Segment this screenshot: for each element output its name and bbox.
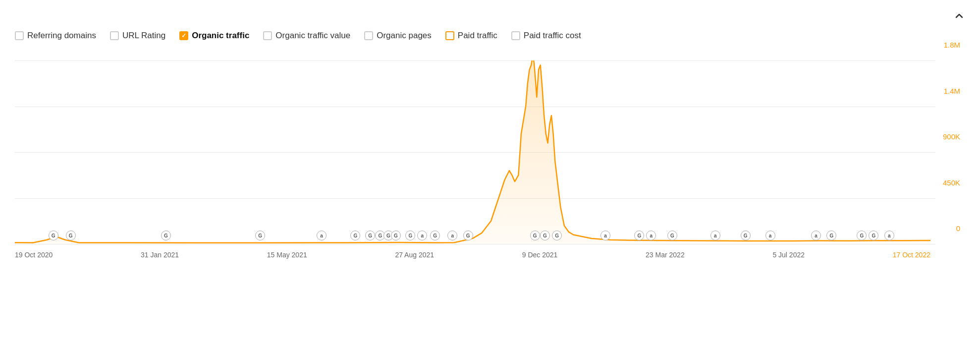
filter-referring-domains[interactable]: Referring domains (15, 31, 96, 41)
x-axis: 19 Oct 202031 Jan 202115 May 202127 Aug … (15, 251, 930, 259)
filter-label-url-rating: URL Rating (122, 31, 165, 41)
event-marker-11: a (417, 231, 427, 240)
event-marker-2: G (161, 231, 171, 240)
filter-organic-traffic-value[interactable]: Organic traffic value (263, 31, 350, 41)
event-marker-1: G (66, 231, 76, 240)
filter-organic-traffic[interactable]: Organic traffic (179, 31, 249, 41)
checkbox-organic-pages[interactable] (364, 31, 373, 40)
event-marker-23: G (741, 231, 751, 240)
event-marker-3: G (255, 231, 265, 240)
checkbox-referring-domains[interactable] (15, 31, 24, 40)
event-marker-29: a (884, 231, 894, 240)
filter-paid-traffic[interactable]: Paid traffic (445, 31, 497, 41)
event-marker-0: G (49, 231, 58, 240)
filter-url-rating[interactable]: URL Rating (110, 31, 165, 41)
event-marker-15: G (530, 231, 540, 240)
x-label-4: 9 Dec 2021 (522, 251, 558, 259)
event-marker-9: G (391, 231, 401, 240)
line-chart (15, 60, 930, 244)
performance-panel: Referring domainsURL RatingOrganic traff… (0, 0, 980, 354)
x-label-5: 23 Mar 2022 (646, 251, 685, 259)
filter-label-organic-traffic: Organic traffic (192, 31, 249, 41)
event-marker-10: G (405, 231, 415, 240)
event-marker-24: a (765, 231, 775, 240)
event-marker-19: G (634, 231, 644, 240)
event-marker-21: G (667, 231, 677, 240)
y-label-1: 1.4M (944, 87, 960, 95)
y-label-0: 1.8M (944, 41, 960, 49)
grid-line-4 (15, 244, 935, 244)
checkbox-paid-traffic-cost[interactable] (511, 31, 520, 40)
filter-label-paid-traffic: Paid traffic (458, 31, 497, 41)
filter-label-organic-pages: Organic pages (377, 31, 432, 41)
event-marker-25: a (811, 231, 821, 240)
x-label-7: 17 Oct 2022 (893, 251, 930, 259)
x-label-2: 15 May 2021 (267, 251, 307, 259)
checkbox-paid-traffic[interactable] (445, 31, 454, 40)
collapse-icon[interactable] (953, 10, 965, 22)
y-label-3: 450K (943, 178, 960, 187)
event-marker-14: G (463, 231, 473, 240)
x-label-3: 27 Aug 2021 (395, 251, 434, 259)
chart-area: 19 Oct 202031 Jan 202115 May 202127 Aug … (15, 46, 965, 289)
checkbox-url-rating[interactable] (110, 31, 119, 40)
event-marker-20: a (646, 231, 656, 240)
event-marker-26: G (826, 231, 836, 240)
event-marker-17: G (552, 231, 562, 240)
filter-organic-pages[interactable]: Organic pages (364, 31, 432, 41)
filters-row: Referring domainsURL RatingOrganic traff… (15, 31, 965, 41)
filter-label-referring-domains: Referring domains (27, 31, 96, 41)
y-label-4: 0 (956, 224, 960, 233)
event-marker-28: G (869, 231, 878, 240)
event-marker-18: a (600, 231, 610, 240)
event-marker-6: G (365, 231, 375, 240)
event-markers: GGGGaGGGGGGaGaGGGGaGaGaGaaGGGa (15, 231, 930, 241)
filter-paid-traffic-cost[interactable]: Paid traffic cost (511, 31, 581, 41)
event-marker-27: G (857, 231, 867, 240)
event-marker-13: a (447, 231, 457, 240)
event-marker-5: G (350, 231, 360, 240)
checkbox-organic-traffic-value[interactable] (263, 31, 272, 40)
x-label-0: 19 Oct 2020 (15, 251, 53, 259)
x-label-6: 5 Jul 2022 (772, 251, 805, 259)
header-row (15, 10, 965, 22)
event-marker-16: G (540, 231, 550, 240)
y-label-2: 900K (943, 132, 960, 141)
filter-label-paid-traffic-cost: Paid traffic cost (524, 31, 581, 41)
checkbox-organic-traffic[interactable] (179, 31, 188, 40)
filter-label-organic-traffic-value: Organic traffic value (275, 31, 350, 41)
x-label-1: 31 Jan 2021 (141, 251, 179, 259)
event-marker-4: a (317, 231, 327, 240)
event-marker-22: a (710, 231, 720, 240)
event-marker-12: G (430, 231, 440, 240)
